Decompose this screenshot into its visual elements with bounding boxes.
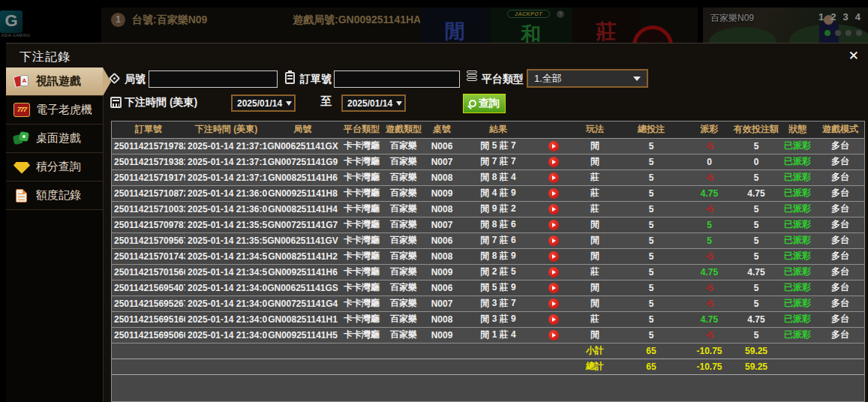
play-icon [552, 176, 556, 180]
round-number-input[interactable] [149, 70, 278, 88]
sidebar-item-points-inquiry[interactable]: 積分查詢 [6, 153, 103, 182]
cell-play: 閒 [572, 296, 617, 311]
cell-round: GN008251141H2 [267, 248, 338, 264]
cell-time: 2025-01-14 21:35:55 [185, 232, 267, 248]
round-filter-label: 局號 [125, 73, 146, 86]
dice-icon [14, 131, 30, 146]
sidebar-item-video-games[interactable]: A 視訊遊戲 [6, 68, 103, 96]
cell-total_bet: 5 [617, 280, 685, 296]
grand-total-payout: -10.75 [685, 358, 734, 374]
cell-result: 閒 3 莊 9 [461, 311, 535, 327]
table-header-row: 訂單號 下注時間 (美東) 局號 平台類型 遊戲類型 桌號 結果 玩法 總投注 … [112, 122, 864, 138]
replay-button[interactable] [548, 314, 559, 325]
close-icon[interactable]: ✕ [848, 48, 859, 64]
cell-play: 莊 [572, 185, 617, 201]
cell-time: 2025-01-14 21:36:06 [185, 185, 267, 201]
cell-valid_bet: 5 [734, 138, 779, 154]
table-row: 2501142157191792025-01-14 21:37:10GN0082… [112, 170, 864, 185]
replay-button[interactable] [548, 172, 559, 183]
cell-play: 閒 [572, 138, 617, 154]
cell-order: 250114215701743 [112, 248, 185, 264]
cell-round: GN006251141GV [267, 232, 338, 248]
cell-game: 百家樂 [385, 201, 422, 217]
replay-button[interactable] [548, 157, 559, 167]
replay-button[interactable] [548, 236, 559, 246]
replay-button[interactable] [548, 251, 559, 262]
cell-mode: 多台 [816, 217, 864, 232]
date-from-select[interactable]: 2025/01/14 [231, 94, 296, 112]
replay-button[interactable] [548, 204, 559, 214]
cell-time: 2025-01-14 21:34:04 [185, 327, 267, 343]
table-row: 2501142156950602025-01-14 21:34:04GN0092… [112, 327, 864, 343]
cell-round: GN006251141GX [267, 138, 338, 154]
cell-replay [535, 138, 572, 154]
cell-valid_bet: 5 [734, 170, 779, 185]
cell-mode: 多台 [816, 264, 864, 280]
cell-table_no: N006 [422, 232, 461, 248]
cell-order: 250114215709781 [112, 217, 185, 232]
cell-table_no: N008 [422, 201, 461, 217]
cell-game: 百家樂 [385, 232, 422, 248]
cell-game: 百家樂 [385, 280, 422, 296]
sidebar-item-quota-records[interactable]: 額度記錄 [6, 182, 103, 210]
cell-mode: 多台 [816, 185, 864, 201]
table-row: 2501142157108722025-01-14 21:36:06GN0092… [112, 185, 864, 201]
calendar-icon [110, 97, 122, 108]
platform-type-select[interactable]: 1.全部 [527, 69, 648, 88]
grand-total-row: 總計 65 -10.75 59.25 [112, 358, 864, 374]
col-game-mode: 遊戲模式 [816, 122, 864, 138]
cell-total_bet: 5 [617, 138, 685, 154]
bet-table-body: 2501142157197822025-01-14 21:37:15GN0062… [112, 138, 864, 374]
sidebar-item-slots[interactable]: 777 電子老虎機 [6, 96, 103, 124]
cell-platform: 卡卡灣廳 [338, 154, 385, 170]
cell-replay [535, 201, 572, 217]
cell-play: 閒 [572, 280, 617, 296]
cell-valid_bet: 0 [734, 154, 779, 170]
replay-button[interactable] [548, 330, 559, 340]
slots-777-icon: 777 [14, 103, 30, 117]
replay-button[interactable] [548, 141, 559, 152]
replay-button[interactable] [548, 298, 559, 309]
cell-status: 已派彩 [779, 264, 816, 280]
replay-button[interactable] [548, 283, 559, 293]
cell-result: 閒 5 莊 9 [461, 280, 535, 296]
cell-payout: -5 [685, 201, 734, 217]
cell-mode: 多台 [816, 232, 864, 248]
replay-button[interactable] [548, 220, 559, 230]
replay-button[interactable] [548, 267, 559, 278]
col-platform: 平台類型 [338, 122, 385, 138]
play-icon [552, 317, 556, 322]
clipboard-icon [285, 72, 295, 84]
cell-payout: -5 [685, 280, 734, 296]
cell-game: 百家樂 [385, 154, 422, 170]
cell-round: GN009251141H5 [267, 327, 338, 343]
cell-platform: 卡卡灣廳 [338, 248, 385, 264]
date-to-value: 2025/01/14 [347, 98, 392, 109]
cell-platform: 卡卡灣廳 [338, 280, 385, 296]
cell-total_bet: 5 [617, 170, 685, 185]
date-to-select[interactable]: 2025/01/14 [341, 94, 406, 112]
replay-button[interactable] [548, 188, 559, 199]
cell-total_bet: 5 [617, 264, 685, 280]
cell-platform: 卡卡灣廳 [338, 138, 385, 154]
subtotal-payout: -10.75 [685, 343, 734, 358]
col-result: 結果 [461, 122, 535, 138]
cell-play: 莊 [572, 170, 617, 185]
cell-order: 250114215719381 [112, 154, 185, 170]
order-number-input[interactable] [334, 70, 460, 88]
cell-status: 已派彩 [779, 248, 816, 264]
cell-game: 百家樂 [385, 311, 422, 327]
cell-payout: 4.75 [685, 185, 734, 201]
query-button-label: 查詢 [479, 97, 500, 110]
cell-result: 閒 9 莊 2 [461, 201, 535, 217]
col-order: 訂單號 [112, 122, 185, 138]
sidebar-item-label: 視訊遊戲 [36, 74, 81, 88]
cell-game: 百家樂 [385, 264, 422, 280]
cell-order: 250114215709567 [112, 232, 185, 248]
order-filter-label: 訂單號 [300, 73, 332, 86]
col-bet-time: 下注時間 (美東) [185, 122, 267, 138]
bet-records-table-panel: 訂單號 下注時間 (美東) 局號 平台類型 遊戲類型 桌號 結果 玩法 總投注 … [111, 121, 865, 402]
query-button[interactable]: 查詢 [463, 94, 506, 113]
sidebar-item-table-games[interactable]: 桌面遊戲 [6, 124, 103, 153]
cell-result: 閒 3 莊 7 [461, 296, 535, 311]
